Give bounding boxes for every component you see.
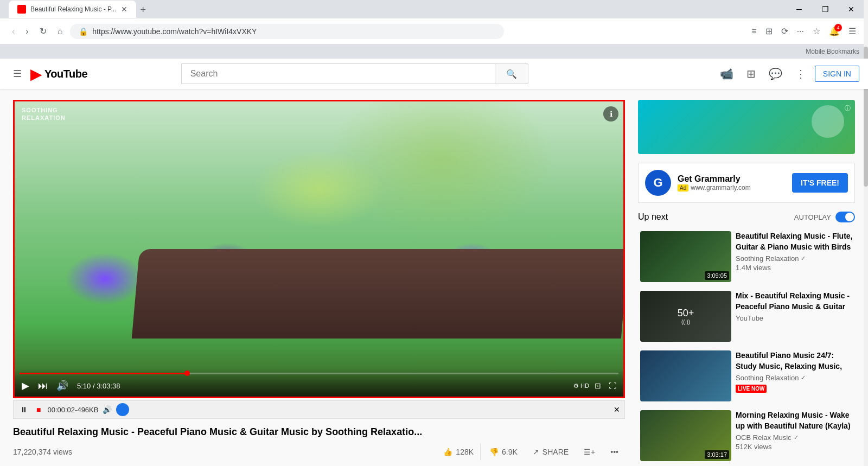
video-title: Beautiful Relaxing Music - Peaceful Pian… (13, 425, 625, 439)
time-display: 5:10 / 3:03:38 (77, 382, 120, 390)
media-bar-volume: 🔊 (103, 405, 112, 414)
bookmarks-bar: Mobile Bookmarks (0, 44, 868, 59)
thumb-up-icon: 👍 (443, 448, 452, 456)
video-item-info: Beautiful Relaxing Music - Flute, Guitar… (736, 231, 853, 282)
media-bar: ⏸ ■ 00:00:02-496KB 🔊 ✕ (13, 400, 625, 419)
video-thumbnail (640, 350, 731, 401)
title-bar: Beautiful Relaxing Music - P... ✕ + ─ ❐ … (0, 0, 868, 18)
channel-name-text: OCB Relax Music (736, 433, 792, 442)
channel-name-text: YouTube (736, 314, 763, 322)
autoplay-switch[interactable] (835, 212, 855, 222)
media-bar-avatar (116, 403, 129, 416)
miniplayer-button[interactable]: ⊡ (592, 380, 603, 391)
controls-row: ▶ ⏭ 🔊 5:10 / 3:03:38 ⚙ HD ⊡ ⛶ (20, 379, 618, 393)
forward-button[interactable]: › (22, 23, 31, 40)
ad-info-icon[interactable]: ⓘ (845, 104, 851, 112)
next-button[interactable]: ⏭ (36, 379, 50, 393)
media-bar-close-button[interactable]: ✕ (614, 405, 620, 414)
live-badge: LIVE NOW (736, 385, 767, 393)
video-player[interactable]: SOOTHING RELAXATION ℹ ▶ ⏭ 🔊 (13, 100, 625, 398)
video-actions: 👍 128K 👎 6.9K ↗ SHARE ☰+ ••• (437, 443, 625, 461)
sign-in-button[interactable]: SIGN IN (815, 66, 859, 82)
browser-header-actions: ≡ ⊞ ⟳ ··· ☆ 🔔4 ☰ (748, 23, 859, 40)
ad-badge: Ad (678, 184, 688, 191)
hamburger-button[interactable]: ☰ (9, 63, 26, 84)
youtube-header: ☰ ▶ YouTube 🔍 📹 ⊞ 💬 ⋮ SIGN IN (0, 59, 868, 89)
restore-button[interactable]: ❐ (813, 0, 838, 18)
sync-button[interactable]: ⟳ (778, 23, 792, 40)
video-upload-button[interactable]: 📹 (716, 63, 738, 85)
video-item-channel: YouTube (736, 314, 853, 322)
notification-button[interactable]: 🔔4 (826, 23, 843, 40)
video-item-title: Beautiful Relaxing Music - Flute, Guitar… (736, 231, 853, 252)
tab-favicon (17, 5, 26, 14)
video-info-button[interactable]: ℹ (603, 106, 618, 122)
menu-button[interactable]: ☰ (845, 23, 859, 40)
video-section: SOOTHING RELAXATION ℹ ▶ ⏭ 🔊 (13, 100, 625, 466)
mix-overlay: 50+ ((·)) (640, 291, 731, 342)
sidebar: ⓘ G Get Grammarly Ad www.grammarly.com I… (638, 100, 855, 466)
video-item-title: Mix - Beautiful Relaxing Music - Peacefu… (736, 291, 853, 312)
play-button[interactable]: ▶ (20, 379, 31, 393)
media-stop-button[interactable]: ■ (34, 404, 43, 415)
extensions-button[interactable]: ⊞ (762, 23, 776, 40)
volume-button[interactable]: 🔊 (54, 379, 71, 393)
tab-close-button[interactable]: ✕ (121, 5, 127, 14)
dislike-button[interactable]: 👎 6.9K (483, 443, 524, 461)
new-tab-button[interactable]: + (136, 2, 151, 18)
video-thumbnail: 50+ ((·)) (640, 291, 731, 342)
url-bar[interactable]: 🔒 https://www.youtube.com/watch?v=hIWiI4… (70, 24, 504, 39)
media-bar-time: 00:00:02-496KB (47, 406, 98, 414)
window-controls: ─ ❐ ✕ (787, 0, 864, 18)
fullscreen-button[interactable]: ⛶ (607, 380, 618, 391)
close-button[interactable]: ✕ (839, 0, 864, 18)
settings-button[interactable]: ⚙ HD (573, 382, 589, 390)
share-icon: ↗ (533, 448, 539, 456)
like-button[interactable]: 👍 128K (437, 443, 481, 461)
active-tab[interactable]: Beautiful Relaxing Music - P... ✕ (9, 1, 136, 18)
video-list-item[interactable]: 50+ ((·)) Mix - Beautiful Relaxing Music… (638, 289, 855, 344)
video-item-channel: OCB Relax Music ✓ (736, 433, 853, 442)
search-input[interactable] (181, 63, 495, 84)
sidebar-button[interactable]: ≡ (748, 23, 760, 40)
minimize-button[interactable]: ─ (787, 0, 812, 18)
video-list-item[interactable]: 3:03:17 Morning Relaxing Music - Wake up… (638, 408, 855, 463)
refresh-button[interactable]: ↻ (36, 23, 50, 40)
progress-bar[interactable] (20, 373, 618, 374)
video-background (13, 100, 625, 398)
video-item-channel: Soothing Relaxation ✓ (736, 254, 853, 263)
video-list-item[interactable]: Beautiful Piano Music 24/7: Study Music,… (638, 348, 855, 404)
apps-button[interactable]: ⊞ (742, 63, 760, 85)
header-right: 📹 ⊞ 💬 ⋮ SIGN IN (716, 63, 859, 85)
search-bar: 🔍 (181, 63, 528, 84)
ad-cta-button[interactable]: IT'S FREE! (792, 173, 848, 193)
lock-icon: 🔒 (79, 27, 88, 36)
ad-shape (812, 105, 844, 138)
back-button[interactable]: ‹ (9, 23, 18, 40)
media-pause-button[interactable]: ⏸ (18, 404, 30, 415)
progress-fill (20, 373, 187, 374)
video-meta: 17,220,374 views 👍 128K 👎 6.9K ↗ SHARE ☰… (13, 443, 625, 466)
search-button[interactable]: 🔍 (495, 63, 528, 84)
star-button[interactable]: ☆ (809, 23, 824, 40)
autoplay-label: AUTOPLAY (794, 213, 831, 221)
autoplay-toggle: AUTOPLAY (794, 212, 855, 222)
video-duration: 3:09:05 (705, 271, 729, 280)
share-button[interactable]: ↗ SHARE (526, 443, 575, 461)
views-count: 17,220,374 views (13, 448, 72, 456)
add-to-playlist-button[interactable]: ☰+ (577, 443, 602, 461)
more-button[interactable]: ··· (794, 23, 807, 40)
video-thumbnail: 3:09:05 (640, 231, 731, 282)
messages-button[interactable]: 💬 (764, 63, 787, 85)
video-item-views: 1.4M views (736, 264, 853, 272)
video-item-info: Mix - Beautiful Relaxing Music - Peacefu… (736, 291, 853, 342)
youtube-logo[interactable]: ▶ YouTube (30, 65, 87, 83)
video-item-title: Morning Relaxing Music - Wake up with Be… (736, 410, 853, 431)
up-next-title: Up next (638, 212, 668, 222)
notifications-button[interactable]: ⋮ (791, 63, 810, 85)
video-list-item[interactable]: 3:09:05 Beautiful Relaxing Music - Flute… (638, 229, 855, 284)
more-actions-button[interactable]: ••• (604, 443, 625, 461)
playlist-icon: ☰+ (584, 448, 595, 456)
verified-icon: ✓ (801, 255, 806, 262)
home-button[interactable]: ⌂ (54, 23, 66, 40)
